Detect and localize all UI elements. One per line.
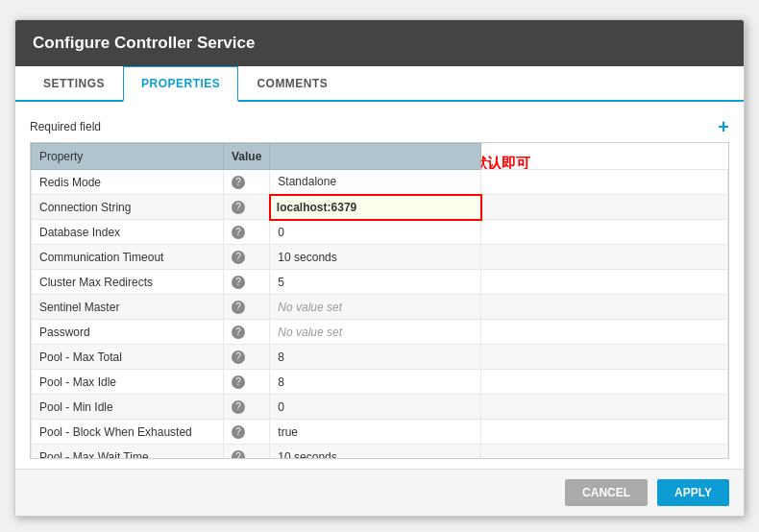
tab-properties[interactable]: PROPERTIES bbox=[123, 66, 238, 102]
tab-bar: SETTINGS PROPERTIES COMMENTS bbox=[15, 66, 744, 102]
tab-content: Required field + Redis链接方式，单机默认即可 你的Redi… bbox=[15, 102, 744, 469]
help-icon[interactable]: ? bbox=[232, 276, 245, 289]
value-cell[interactable]: localhost:6379 bbox=[270, 195, 481, 220]
help-icon[interactable]: ? bbox=[232, 176, 245, 189]
property-cell: Pool - Max Idle bbox=[32, 370, 224, 395]
dialog-footer: CANCEL APPLY bbox=[15, 469, 744, 516]
extra-cell bbox=[481, 445, 728, 460]
property-cell: Database Index bbox=[32, 220, 224, 245]
extra-cell bbox=[481, 370, 728, 395]
value-cell: 10 seconds bbox=[270, 245, 481, 270]
help-icon[interactable]: ? bbox=[232, 375, 245, 389]
extra-cell bbox=[481, 320, 728, 345]
extra-cell bbox=[481, 345, 728, 370]
properties-table-wrapper[interactable]: Property Value Redis Mode?StandaloneConn… bbox=[30, 142, 729, 459]
table-row: Redis Mode?Standalone bbox=[32, 170, 728, 195]
table-row: Pool - Max Total?8 bbox=[32, 345, 728, 370]
help-cell[interactable]: ? bbox=[224, 245, 270, 270]
table-row: Pool - Min Idle?0 bbox=[32, 395, 728, 420]
property-cell: Redis Mode bbox=[32, 170, 224, 195]
required-field-row: Required field + bbox=[30, 111, 729, 142]
table-row: Pool - Max Wait Time?10 seconds bbox=[32, 445, 728, 460]
table-row: Pool - Max Idle?8 bbox=[32, 370, 728, 395]
no-value-text: No value set bbox=[278, 326, 342, 339]
tab-settings[interactable]: SETTINGS bbox=[25, 66, 123, 102]
table-row: Pool - Block When Exhausted?true bbox=[32, 420, 728, 445]
property-cell: Cluster Max Redirects bbox=[32, 270, 224, 295]
property-cell: Pool - Min Idle bbox=[32, 395, 224, 420]
extra-cell bbox=[481, 270, 728, 295]
extra-cell bbox=[481, 295, 728, 320]
cancel-button[interactable]: CANCEL bbox=[565, 479, 648, 506]
property-cell: Password bbox=[32, 320, 224, 345]
value-cell: 0 bbox=[270, 220, 481, 245]
help-cell[interactable]: ? bbox=[224, 445, 270, 460]
value-cell: Standalone bbox=[270, 170, 481, 195]
table-row: Connection String?localhost:6379 bbox=[32, 195, 728, 220]
help-icon[interactable]: ? bbox=[232, 201, 245, 214]
help-icon[interactable]: ? bbox=[232, 301, 245, 314]
extra-cell bbox=[481, 245, 728, 270]
table-row: Communication Timeout?10 seconds bbox=[32, 245, 728, 270]
help-cell[interactable]: ? bbox=[224, 270, 270, 295]
property-cell: Communication Timeout bbox=[32, 245, 224, 270]
help-cell[interactable]: ? bbox=[224, 345, 270, 370]
help-icon[interactable]: ? bbox=[232, 351, 245, 364]
help-cell[interactable]: ? bbox=[224, 170, 270, 195]
table-row: Database Index?0 bbox=[32, 220, 728, 245]
help-icon[interactable]: ? bbox=[232, 226, 245, 239]
help-icon[interactable]: ? bbox=[232, 251, 245, 264]
help-cell[interactable]: ? bbox=[224, 420, 270, 445]
help-cell[interactable]: ? bbox=[224, 320, 270, 345]
table-row: Sentinel Master?No value set bbox=[32, 295, 728, 320]
extra-cell bbox=[481, 170, 728, 195]
property-cell: Pool - Max Wait Time bbox=[32, 445, 224, 460]
property-cell: Connection String bbox=[32, 195, 224, 220]
help-cell[interactable]: ? bbox=[224, 370, 270, 395]
help-icon[interactable]: ? bbox=[232, 400, 245, 414]
col-header-property: Property bbox=[32, 144, 224, 170]
table-row: Password?No value set bbox=[32, 320, 728, 345]
extra-cell bbox=[481, 420, 728, 445]
property-cell: Pool - Block When Exhausted bbox=[32, 420, 224, 445]
help-cell[interactable]: ? bbox=[224, 220, 270, 245]
value-cell: 5 bbox=[270, 270, 481, 295]
table-row: Cluster Max Redirects?5 bbox=[32, 270, 728, 295]
value-cell: 10 seconds bbox=[270, 445, 481, 460]
help-icon[interactable]: ? bbox=[232, 425, 245, 439]
help-icon[interactable]: ? bbox=[232, 450, 245, 459]
dialog-header: Configure Controller Service bbox=[15, 20, 744, 66]
col-header-value: Value bbox=[224, 144, 270, 170]
value-cell: 8 bbox=[270, 345, 481, 370]
extra-cell bbox=[481, 220, 728, 245]
col-header-extra bbox=[270, 144, 481, 170]
no-value-text: No value set bbox=[278, 301, 342, 314]
apply-button[interactable]: APPLY bbox=[657, 479, 729, 506]
extra-cell bbox=[481, 395, 728, 420]
help-icon[interactable]: ? bbox=[232, 326, 245, 339]
help-cell[interactable]: ? bbox=[224, 395, 270, 420]
required-field-label: Required field bbox=[30, 120, 101, 133]
extra-cell bbox=[481, 195, 728, 220]
value-cell: 0 bbox=[270, 395, 481, 420]
value-cell: true bbox=[270, 420, 481, 445]
help-cell[interactable]: ? bbox=[224, 195, 270, 220]
value-cell: No value set bbox=[270, 295, 481, 320]
tab-comments[interactable]: COMMENTS bbox=[238, 66, 346, 102]
help-cell[interactable]: ? bbox=[224, 295, 270, 320]
value-cell: No value set bbox=[270, 320, 481, 345]
property-cell: Sentinel Master bbox=[32, 295, 224, 320]
dialog-title: Configure Controller Service bbox=[33, 34, 255, 52]
add-property-button[interactable]: + bbox=[718, 117, 729, 136]
property-cell: Pool - Max Total bbox=[32, 345, 224, 370]
configure-controller-dialog: Configure Controller Service SETTINGS PR… bbox=[14, 19, 745, 517]
properties-table: Property Value Redis Mode?StandaloneConn… bbox=[31, 143, 728, 459]
value-cell: 8 bbox=[270, 370, 481, 395]
